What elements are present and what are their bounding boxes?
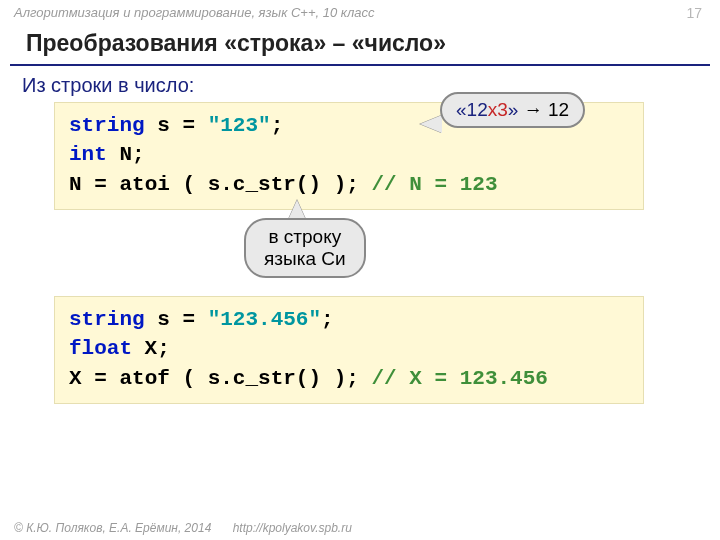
code-text: N; bbox=[107, 143, 145, 166]
string-literal: "123.456" bbox=[208, 308, 321, 331]
code-text: X = bbox=[69, 367, 119, 390]
section-subtitle: Из строки в число: bbox=[22, 74, 194, 97]
footer-url: http://kpolyakov.spb.ru bbox=[233, 521, 352, 535]
arrow-icon: → bbox=[518, 99, 548, 120]
callout-tail bbox=[288, 200, 306, 220]
code-text: X; bbox=[132, 337, 170, 360]
code-text: ( s.c_str() ); bbox=[170, 367, 359, 390]
keyword: float bbox=[69, 337, 132, 360]
code-line: float X; bbox=[69, 334, 629, 363]
callout-text: 12 bbox=[467, 99, 488, 120]
string-literal: "123" bbox=[208, 114, 271, 137]
callout-text: » bbox=[508, 99, 519, 120]
code-line: int N; bbox=[69, 140, 629, 169]
page-title: Преобразования «строка» – «число» bbox=[26, 30, 446, 57]
code-text: ( s.c_str() ); bbox=[170, 173, 359, 196]
callout-line: в строку bbox=[264, 226, 346, 248]
code-block-2: string s = "123.456"; float X; X = atof … bbox=[54, 296, 644, 404]
page-number: 17 bbox=[686, 5, 702, 21]
title-rule bbox=[10, 64, 710, 66]
code-line: X = atof ( s.c_str() ); // X = 123.456 bbox=[69, 364, 629, 393]
copyright: © К.Ю. Поляков, Е.А. Ерёмин, 2014 bbox=[14, 521, 211, 535]
callout-result: 12 bbox=[548, 99, 569, 120]
code-text: s = bbox=[145, 308, 208, 331]
keyword: string bbox=[69, 114, 145, 137]
keyword: string bbox=[69, 308, 145, 331]
callout-line: языка Си bbox=[264, 248, 346, 270]
func-name: atof bbox=[119, 367, 169, 390]
code-line: N = atoi ( s.c_str() ); // N = 123 bbox=[69, 170, 629, 199]
keyword: int bbox=[69, 143, 107, 166]
callout-c-string: в строку языка Си bbox=[244, 218, 366, 278]
code-text: N = bbox=[69, 173, 119, 196]
code-comment: // X = 123.456 bbox=[359, 367, 548, 390]
callout-tail bbox=[420, 115, 442, 133]
callout-text: « bbox=[456, 99, 467, 120]
callout-bad-chars: х3 bbox=[488, 99, 508, 120]
code-text: ; bbox=[271, 114, 284, 137]
breadcrumb: Алгоритмизация и программирование, язык … bbox=[14, 5, 374, 20]
code-line: string s = "123.456"; bbox=[69, 305, 629, 334]
code-comment: // N = 123 bbox=[359, 173, 498, 196]
func-name: atoi bbox=[119, 173, 169, 196]
code-text: s = bbox=[145, 114, 208, 137]
code-text: ; bbox=[321, 308, 334, 331]
callout-conversion-example: «12х3» → 12 bbox=[440, 92, 585, 128]
footer: © К.Ю. Поляков, Е.А. Ерёмин, 2014 http:/… bbox=[14, 521, 352, 535]
